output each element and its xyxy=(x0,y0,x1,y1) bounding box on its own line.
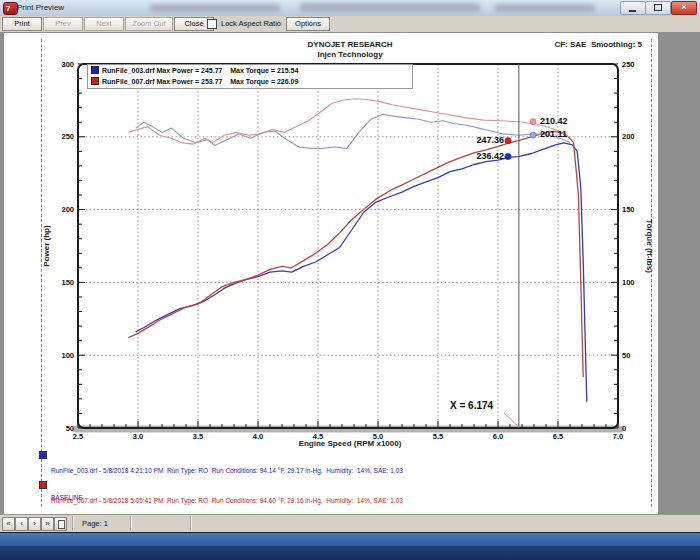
y-left-tick-label: 100 xyxy=(61,351,74,360)
zoom-out-button[interactable]: Zoom Out xyxy=(125,17,173,31)
redaction-smudge xyxy=(495,4,595,12)
taskbar: e 7 ▲ 1:00 PM xyxy=(0,532,700,560)
print-preview-toolbar: Print Prev Next Zoom Out Close Lock Aspe… xyxy=(0,16,700,33)
statusbar: « ‹ › » Page: 1 xyxy=(0,514,700,533)
print-page: DYNOJET RESEARCH Injen Technology CF: SA… xyxy=(4,33,658,514)
minimize-icon xyxy=(629,10,636,12)
redaction-smudge xyxy=(300,3,480,12)
window-title: Print Preview xyxy=(17,3,64,12)
close-icon: × xyxy=(681,2,686,12)
callout-power-run003: 236.42 xyxy=(458,151,504,161)
y-right-tick-label: 0 xyxy=(622,424,626,433)
statusbar-separator xyxy=(130,516,132,531)
preview-area: DYNOJET RESEARCH Injen Technology CF: SA… xyxy=(0,32,700,514)
first-page-button[interactable]: « xyxy=(2,517,15,531)
window-titlebar[interactable]: 7 Print Preview × xyxy=(0,0,700,17)
run007-swatch xyxy=(39,481,47,489)
statusbar-separator xyxy=(72,516,74,531)
x-tick-label: 2.5 xyxy=(73,432,83,441)
next-button[interactable]: Next xyxy=(84,17,124,31)
marker-dot xyxy=(530,132,536,138)
marker-dot xyxy=(505,154,511,160)
legend-run007-label: RunFile_007.drf Max Power = 253.77 Max T… xyxy=(102,78,298,85)
plot-frame xyxy=(78,64,618,428)
y-right-tick-label: 200 xyxy=(622,132,635,141)
y-left-tick-label: 250 xyxy=(61,132,74,141)
document-icon xyxy=(58,520,65,529)
curve-RunFile_003-torque xyxy=(136,114,570,148)
print-button[interactable]: Print xyxy=(2,17,42,31)
options-button[interactable]: Options xyxy=(286,17,330,31)
maximize-icon xyxy=(654,4,662,11)
y-right-tick-label: 150 xyxy=(622,205,635,214)
close-button[interactable]: × xyxy=(671,1,697,15)
run007-line1: RunFile_007.drf - 5/8/2018 5:05:41 PM Ru… xyxy=(51,496,403,505)
y-right-tick-label: 50 xyxy=(622,351,630,360)
screen: 7 Print Preview × Print Prev Next Zoom O… xyxy=(0,0,700,560)
redaction-smudge xyxy=(150,4,280,12)
cursor-x-label: X = 6.174 xyxy=(450,400,493,411)
cursor-leader-line xyxy=(504,413,519,427)
next-page-button[interactable]: › xyxy=(28,517,41,531)
x-axis-title: Engine Speed (RPM x1000) xyxy=(220,439,480,448)
y-left-tick-label: 200 xyxy=(61,205,74,214)
x-tick-label: 3.0 xyxy=(133,432,143,441)
legend-swatch-run007 xyxy=(91,77,99,85)
callout-power-run007: 247.36 xyxy=(458,135,504,145)
y-left-tick-label: 50 xyxy=(66,424,74,433)
prev-button[interactable]: Prev xyxy=(43,17,83,31)
page-setup-button[interactable] xyxy=(54,517,67,531)
x-tick-label: 6.5 xyxy=(553,432,563,441)
y-right-axis-title: Torque (ft-lbs) xyxy=(645,219,654,273)
run003-swatch xyxy=(39,451,47,459)
y-right-tick-label: 250 xyxy=(622,60,635,69)
lock-aspect-label: Lock Aspect Ratio xyxy=(221,19,281,28)
y-left-tick-label: 300 xyxy=(61,60,74,69)
y-right-tick-label: 100 xyxy=(622,278,635,287)
marker-dot xyxy=(505,138,511,144)
chart-legend: RunFile_003.drf Max Power = 245.77 Max T… xyxy=(87,64,413,89)
marker-dot xyxy=(530,119,536,125)
minimize-button[interactable] xyxy=(620,1,646,15)
callout-torque-run007: 210.42 xyxy=(540,116,568,126)
x-tick-label: 3.5 xyxy=(193,432,203,441)
app-icon: 7 xyxy=(3,2,18,15)
curve-RunFile_007-power xyxy=(128,131,583,377)
y-left-axis-title: Power (hp) xyxy=(42,225,51,266)
page-number-label: Page: 1 xyxy=(82,519,108,528)
maximize-button[interactable] xyxy=(645,1,671,15)
y-left-tick-label: 150 xyxy=(61,278,74,287)
statusbar-separator xyxy=(190,516,192,531)
legend-swatch-run003 xyxy=(91,66,99,74)
lock-aspect-checkbox[interactable] xyxy=(207,19,217,29)
prev-page-button[interactable]: ‹ xyxy=(15,517,28,531)
run003-line1: RunFile_003.drf - 5/8/2018 4:21:10 PM Ru… xyxy=(51,466,403,475)
callout-torque-run003: 201.11 xyxy=(540,129,567,139)
x-tick-label: 6.0 xyxy=(493,432,503,441)
last-page-button[interactable]: » xyxy=(41,517,54,531)
legend-run003-label: RunFile_003.drf Max Power = 245.77 Max T… xyxy=(102,67,298,74)
x-tick-label: 7.0 xyxy=(613,432,623,441)
